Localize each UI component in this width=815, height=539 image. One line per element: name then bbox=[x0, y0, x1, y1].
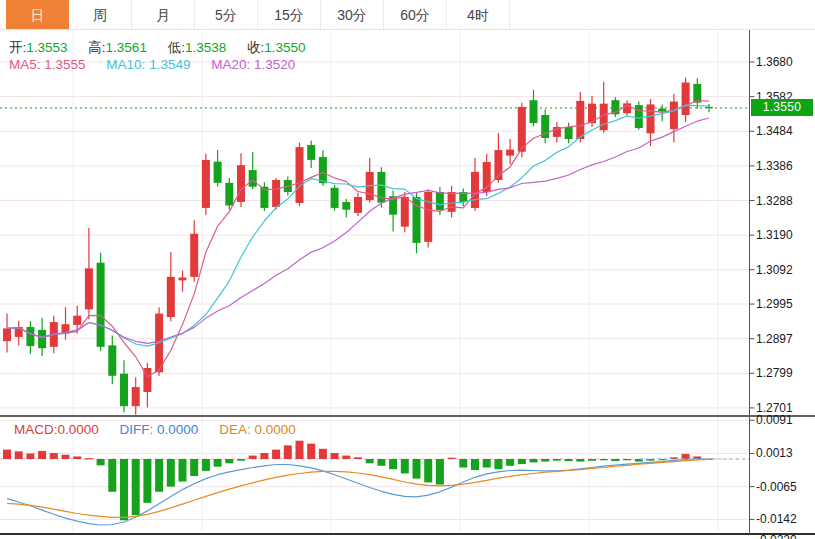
axis-tick-label: 1.2995 bbox=[756, 297, 793, 311]
macd-bar bbox=[436, 459, 444, 485]
macd-bar bbox=[85, 458, 93, 459]
macd-bar bbox=[565, 459, 573, 461]
chart-canvas[interactable]: 1.36801.35821.34841.33861.32881.31901.30… bbox=[0, 0, 815, 539]
macd-bar bbox=[600, 459, 608, 460]
macd-bar bbox=[38, 451, 46, 459]
tab-15min[interactable]: 15分 bbox=[258, 0, 321, 29]
macd-bar bbox=[307, 444, 315, 459]
timeframe-tabbar: 日周月5分15分30分60分4时 bbox=[0, 0, 815, 30]
candle-body bbox=[693, 84, 701, 103]
ma5-value: 1.3555 bbox=[44, 57, 85, 72]
macd-bar bbox=[366, 459, 374, 463]
ma20-line bbox=[7, 118, 709, 343]
candle-body bbox=[38, 330, 46, 348]
macd-bar bbox=[682, 454, 690, 459]
candle-body bbox=[635, 105, 643, 128]
candle-body bbox=[565, 127, 573, 139]
dea-value: 0.0000 bbox=[254, 422, 295, 437]
macd-bar bbox=[155, 459, 163, 492]
candle-body bbox=[97, 263, 105, 347]
candle-body bbox=[237, 165, 245, 202]
macd-bar bbox=[50, 453, 58, 459]
ma5-label: MA5: bbox=[9, 57, 41, 72]
axis-tick-label: 1.3484 bbox=[756, 124, 793, 138]
candle-body bbox=[342, 202, 350, 210]
tab-4hour[interactable]: 4时 bbox=[447, 0, 510, 29]
ma10-line bbox=[7, 105, 709, 346]
tab-30min[interactable]: 30分 bbox=[321, 0, 384, 29]
open-value: 1.3553 bbox=[26, 40, 67, 55]
macd-bar bbox=[377, 459, 385, 466]
macd-bar bbox=[225, 459, 233, 463]
candle-body bbox=[307, 145, 315, 160]
dea-group: DEA: 0.0000 bbox=[219, 422, 296, 437]
candle-body bbox=[167, 277, 175, 317]
candle-body bbox=[576, 101, 584, 139]
macd-bar bbox=[132, 459, 140, 515]
current-price-badge: 1.3550 bbox=[751, 99, 813, 116]
axis-tick-label: -0.0220 bbox=[756, 533, 797, 539]
diff-value: 0.0000 bbox=[157, 422, 198, 437]
macd-bar bbox=[272, 450, 280, 459]
close-label: 收: bbox=[247, 40, 264, 55]
ma-info-bar: MA5: 1.3555 MA10: 1.3549 MA20: 1.3520 bbox=[9, 57, 312, 72]
candle-body bbox=[85, 268, 93, 309]
ma5-line bbox=[7, 101, 709, 377]
macd-bar bbox=[319, 449, 327, 459]
macd-bar bbox=[179, 459, 187, 482]
macd-bar bbox=[331, 453, 339, 459]
candle-body bbox=[354, 197, 362, 213]
ma20-label: MA20: bbox=[211, 57, 250, 72]
close-value: 1.3550 bbox=[264, 40, 305, 55]
macd-bar bbox=[120, 459, 128, 520]
axis-tick-label: 0.0013 bbox=[756, 446, 793, 460]
macd-bar bbox=[97, 459, 105, 465]
axis-tick-label: 1.3680 bbox=[756, 55, 793, 69]
macd-bar bbox=[15, 451, 23, 459]
axis-tick-label: 1.3288 bbox=[756, 194, 793, 208]
macd-bar bbox=[354, 457, 362, 459]
macd-group: MACD:0.0000 bbox=[14, 422, 99, 437]
ma20-value: 1.3520 bbox=[254, 57, 295, 72]
tab-week[interactable]: 周 bbox=[69, 0, 132, 29]
macd-bar bbox=[237, 459, 245, 461]
macd-bar bbox=[389, 459, 397, 469]
macd-bar bbox=[3, 450, 11, 459]
macd-bar bbox=[611, 459, 619, 461]
macd-bar bbox=[623, 459, 631, 460]
diff-group: DIFF: 0.0000 bbox=[120, 422, 199, 437]
axis-tick-label: -0.0142 bbox=[756, 512, 797, 526]
tab-5min[interactable]: 5分 bbox=[195, 0, 258, 29]
macd-bar bbox=[459, 459, 467, 468]
ma5-group: MA5: 1.3555 bbox=[9, 57, 86, 72]
low-label: 低: bbox=[168, 40, 185, 55]
axis-tick-label: 1.3190 bbox=[756, 228, 793, 242]
axis-tick-label: 1.2799 bbox=[756, 366, 793, 380]
macd-bar bbox=[401, 459, 409, 473]
macd-bar bbox=[541, 459, 549, 462]
macd-bar bbox=[73, 456, 81, 459]
tab-day[interactable]: 日 bbox=[6, 0, 69, 29]
tab-month[interactable]: 月 bbox=[132, 0, 195, 29]
candle-body bbox=[424, 192, 432, 242]
diff-label: DIFF: bbox=[120, 422, 154, 437]
macd-bar bbox=[553, 459, 561, 461]
kline-app: 1.36801.35821.34841.33861.32881.31901.30… bbox=[0, 0, 815, 539]
candle-body bbox=[202, 160, 210, 208]
macd-bar bbox=[494, 459, 502, 469]
candle-body bbox=[530, 100, 538, 123]
macd-bar bbox=[202, 459, 210, 471]
macd-bar bbox=[530, 459, 538, 462]
candle-body bbox=[26, 327, 34, 346]
ohlc-info-bar: 开:1.3553 高:1.3561 低:1.3538 收:1.3550 bbox=[9, 39, 323, 57]
open-label: 开: bbox=[9, 40, 26, 55]
high-group: 高:1.3561 bbox=[88, 40, 147, 55]
high-value: 1.3561 bbox=[106, 40, 147, 55]
close-group: 收:1.3550 bbox=[247, 40, 306, 55]
tab-60min[interactable]: 60分 bbox=[384, 0, 447, 29]
horizontal-gridlines bbox=[0, 62, 749, 519]
macd-label: MACD: bbox=[14, 422, 58, 437]
ma10-label: MA10: bbox=[106, 57, 145, 72]
macd-bar bbox=[143, 459, 151, 503]
candle-body bbox=[682, 82, 690, 115]
